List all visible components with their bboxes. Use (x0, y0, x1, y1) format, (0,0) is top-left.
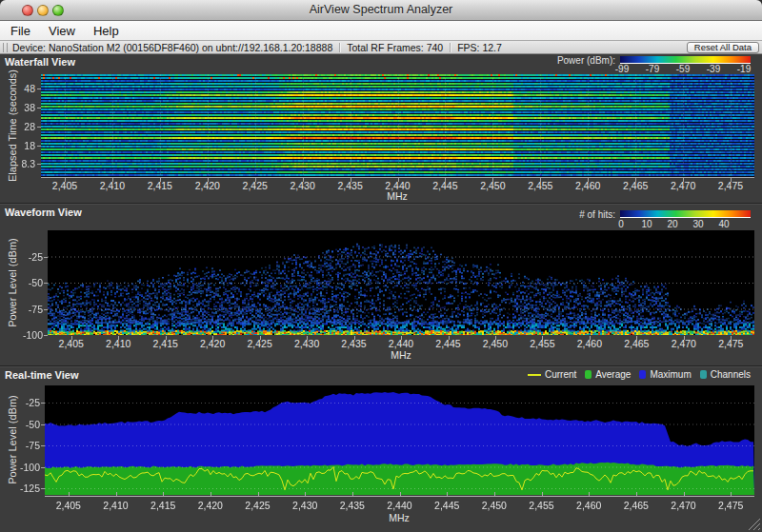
x-tick-label: 2,475 (710, 500, 752, 511)
waveform-y-tick-label: -50 (12, 277, 43, 288)
x-tick-label: 2,410 (95, 500, 137, 511)
realtime-y-tick-mark (41, 445, 45, 446)
waveform-plot-area (48, 230, 754, 335)
maximum-marker-icon (639, 370, 646, 379)
waveform-y-tick-mark (44, 309, 48, 310)
hits-colorbar-tick-label: 20 (659, 219, 686, 229)
x-tick-label: 2,405 (44, 180, 86, 191)
x-tick-label: 2,460 (568, 500, 610, 511)
waterfall-plot-area (41, 74, 754, 177)
waterfall-y-tick-label: 48 (5, 83, 35, 94)
device-status: Device: NanoStation M2 (00156DF8F460) on… (12, 42, 332, 53)
waterfall-panel-title: Waterfall View (5, 56, 75, 68)
legend-item-current: Current (528, 369, 576, 380)
waterfall-y-tick-mark (37, 108, 41, 108)
average-marker-icon (585, 370, 592, 379)
x-tick-mark (305, 492, 306, 496)
hits-colorbar-tick-label: 40 (711, 219, 737, 229)
x-tick-mark (542, 492, 543, 496)
realtime-y-tick-label: -125 (10, 483, 40, 494)
x-tick-label: 2,465 (614, 180, 656, 191)
resize-grip[interactable] (745, 515, 760, 530)
x-tick-label: 2,450 (474, 338, 516, 349)
hits-colorbar-label: # of hits: (530, 209, 615, 220)
realtime-panel-title: Real-time View (5, 369, 78, 381)
x-tick-label: 2,470 (662, 180, 704, 191)
waterfall-y-tick-label: 8.3 (5, 158, 35, 169)
x-tick-label: 2,420 (187, 180, 229, 191)
hits-colorbar (620, 210, 751, 218)
realtime-plot-area (45, 385, 754, 495)
waterfall-y-tick-mark (37, 164, 41, 165)
panel-divider (0, 366, 762, 367)
x-tick-mark (636, 492, 637, 496)
x-tick-mark (211, 492, 211, 496)
legend-item-channels: Channels (700, 369, 751, 380)
x-tick-label: 2,445 (426, 500, 468, 511)
x-tick-label: 2,450 (473, 500, 515, 511)
waveform-y-tick-mark (44, 335, 48, 336)
hits-colorbar-tick-label: 10 (633, 219, 660, 229)
channels-marker-icon (700, 370, 707, 379)
realtime-y-tick-mark (41, 424, 45, 425)
legend-label: Channels (711, 369, 751, 380)
power-colorbar-tick-label: -99 (609, 64, 635, 74)
x-tick-label: 2,420 (191, 338, 233, 349)
menu-help[interactable]: Help (90, 23, 122, 39)
x-tick-label: 2,415 (139, 180, 181, 191)
menu-view[interactable]: View (46, 23, 78, 39)
x-tick-label: 2,435 (333, 338, 375, 349)
x-tick-label: 2,465 (615, 500, 657, 511)
x-tick-mark (352, 492, 353, 496)
x-tick-label: 2,435 (330, 180, 371, 191)
x-tick-label: 2,440 (377, 180, 419, 191)
realtime-y-tick-label: -25 (10, 397, 40, 408)
fps-status: FPS: 12.7 (457, 42, 502, 53)
legend-item-average: Average (585, 369, 631, 380)
reset-all-data-button[interactable]: Reset All Data (687, 42, 759, 53)
realtime-y-tick-label: -50 (10, 419, 40, 430)
x-tick-label: 2,450 (471, 180, 513, 191)
title-bar: AirView Spectrum Analyzer (0, 0, 762, 21)
toolbar-grip-icon (3, 43, 8, 52)
x-tick-mark (116, 492, 117, 496)
x-tick-label: 2,455 (519, 180, 561, 191)
waterfall-spectrogram-canvas (41, 74, 754, 177)
power-colorbar (620, 56, 751, 64)
x-tick-label: 2,415 (145, 338, 187, 349)
waterfall-x-unit-label: MHz (378, 190, 416, 202)
menu-file[interactable]: File (8, 23, 33, 39)
waterfall-y-tick-mark (37, 89, 41, 89)
realtime-spectrum-canvas (45, 385, 754, 495)
menu-bar: File View Help (0, 21, 762, 41)
x-tick-mark (494, 492, 495, 496)
waveform-y-tick-label: -100 (12, 329, 43, 341)
x-tick-label: 2,460 (567, 180, 609, 191)
hits-colorbar-tick-label: 0 (608, 219, 634, 229)
panel-divider (0, 204, 762, 205)
waveform-y-tick-mark (44, 283, 48, 284)
app-window: AirView Spectrum Analyzer File View Help… (0, 0, 762, 532)
x-tick-label: 2,455 (521, 500, 563, 511)
waveform-y-tick-label: -25 (12, 251, 43, 263)
x-tick-mark (731, 492, 732, 496)
power-colorbar-tick-label: -59 (670, 64, 696, 74)
waveform-histogram-canvas (48, 230, 754, 335)
x-tick-mark (258, 492, 259, 496)
waveform-y-tick-mark (44, 257, 48, 258)
realtime-y-tick-mark (41, 467, 45, 468)
realtime-y-tick-mark (41, 488, 45, 489)
power-colorbar-tick-label: -39 (700, 64, 727, 74)
x-tick-label: 2,475 (710, 338, 752, 349)
x-tick-label: 2,410 (97, 338, 139, 349)
realtime-x-unit-label: MHz (380, 512, 418, 523)
x-tick-label: 2,405 (50, 338, 92, 349)
x-tick-mark (447, 492, 448, 496)
legend-item-maximum: Maximum (639, 369, 691, 380)
x-tick-label: 2,445 (428, 338, 470, 349)
x-tick-label: 2,430 (284, 500, 326, 511)
waveform-x-unit-label: MHz (382, 349, 420, 361)
realtime-y-tick-mark (41, 403, 45, 404)
waveform-y-tick-label: -75 (12, 304, 43, 315)
legend-label: Current (545, 369, 576, 380)
